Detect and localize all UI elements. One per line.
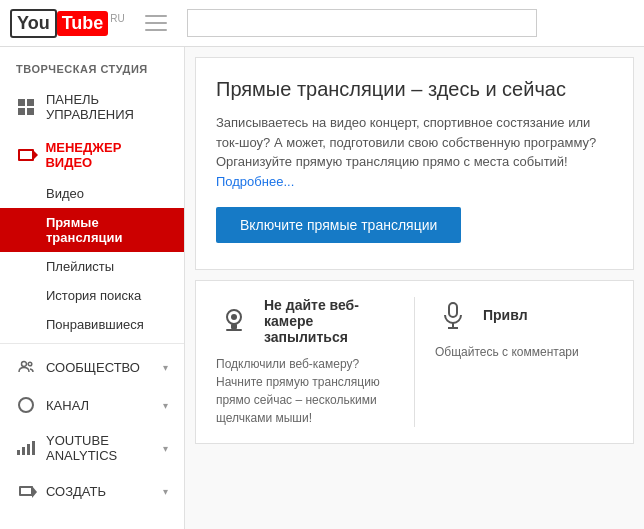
channel-chevron: ▾ — [163, 400, 168, 411]
create-label: СОЗДАТЬ — [46, 484, 163, 499]
header: YouTube RU — [0, 0, 644, 47]
send-feedback-container: Отправить отзыв — [0, 510, 184, 529]
analytics-chevron: ▾ — [163, 443, 168, 454]
mic-card-header: Привл — [435, 297, 613, 333]
svg-rect-5 — [226, 329, 242, 331]
youtube-logo: YouTube RU — [10, 9, 125, 38]
dashboard-label: ПАНЕЛЬ УПРАВЛЕНИЯ — [46, 92, 168, 122]
video-manager-icon — [16, 145, 35, 165]
sub-item-liked[interactable]: Понравившиеся — [0, 310, 184, 339]
svg-rect-4 — [231, 324, 237, 329]
svg-point-1 — [28, 362, 32, 366]
create-chevron: ▾ — [163, 486, 168, 497]
sub-item-streams[interactable]: Прямые трансляции — [0, 208, 184, 252]
mic-title: Привл — [483, 307, 528, 323]
webcam-icon — [216, 303, 252, 339]
creative-studio-title: ТВОРЧЕСКАЯ СТУДИЯ — [0, 47, 184, 83]
sub-item-playlists[interactable]: Плейлисты — [0, 252, 184, 281]
hero-title: Прямые трансляции – здесь и сейчас — [216, 78, 613, 101]
channel-label: КАНАЛ — [46, 398, 163, 413]
webcam-title: Не дайте веб-камере запылиться — [264, 297, 394, 345]
sidebar-item-create[interactable]: СОЗДАТЬ ▾ — [0, 472, 184, 510]
hero-link[interactable]: Подробнее... — [216, 174, 294, 189]
logo-tube: Tube — [57, 11, 109, 36]
divider-1 — [0, 343, 184, 344]
menu-icon[interactable] — [145, 15, 167, 31]
analytics-icon — [16, 438, 36, 458]
mic-icon — [435, 297, 471, 333]
sub-item-history[interactable]: История поиска — [0, 281, 184, 310]
mic-card: Привл Общайтесь с комментари — [435, 297, 613, 427]
mic-desc: Общайтесь с комментари — [435, 343, 613, 361]
search-container — [187, 9, 537, 37]
video-manager-subitems: Видео Прямые трансляции Плейлисты Истори… — [0, 179, 184, 339]
video-manager-label: МЕНЕДЖЕР ВИДЕО — [45, 140, 168, 170]
hero-desc-text: Записываетесь на видео концерт, спортивн… — [216, 115, 596, 169]
sidebar: ТВОРЧЕСКАЯ СТУДИЯ ПАНЕЛЬ УПРАВЛЕНИЯ МЕНЕ… — [0, 47, 185, 529]
feature-cards: Не дайте веб-камере запылиться Подключил… — [195, 280, 634, 444]
sidebar-item-analytics[interactable]: YOUTUBE ANALYTICS ▾ — [0, 424, 184, 472]
sidebar-item-community[interactable]: СООБЩЕСТВО ▾ — [0, 348, 184, 386]
hero-desc: Записываетесь на видео концерт, спортивн… — [216, 113, 613, 191]
logo-you: You — [10, 9, 57, 38]
enable-streams-button[interactable]: Включите прямые трансляции — [216, 207, 461, 243]
search-input[interactable] — [187, 9, 537, 37]
create-icon — [16, 481, 36, 501]
svg-point-3 — [231, 314, 237, 320]
logo-ru: RU — [110, 13, 124, 24]
main-content: Прямые трансляции – здесь и сейчас Запис… — [185, 47, 644, 529]
community-icon — [16, 357, 36, 377]
webcam-desc: Подключили веб-камеру? Начните прямую тр… — [216, 355, 394, 427]
sub-item-video[interactable]: Видео — [0, 179, 184, 208]
dashboard-icon — [16, 97, 36, 117]
community-chevron: ▾ — [163, 362, 168, 373]
analytics-label: YOUTUBE ANALYTICS — [46, 433, 163, 463]
webcam-card: Не дайте веб-камере запылиться Подключил… — [216, 297, 415, 427]
sidebar-item-channel[interactable]: КАНАЛ ▾ — [0, 386, 184, 424]
main-layout: ТВОРЧЕСКАЯ СТУДИЯ ПАНЕЛЬ УПРАВЛЕНИЯ МЕНЕ… — [0, 47, 644, 529]
sidebar-item-dashboard[interactable]: ПАНЕЛЬ УПРАВЛЕНИЯ — [0, 83, 184, 131]
sidebar-item-video-manager[interactable]: МЕНЕДЖЕР ВИДЕО — [0, 131, 184, 179]
community-label: СООБЩЕСТВО — [46, 360, 163, 375]
webcam-card-header: Не дайте веб-камере запылиться — [216, 297, 394, 345]
svg-rect-6 — [449, 303, 457, 317]
channel-icon — [16, 395, 36, 415]
hero-section: Прямые трансляции – здесь и сейчас Запис… — [195, 57, 634, 270]
svg-point-0 — [22, 362, 27, 367]
